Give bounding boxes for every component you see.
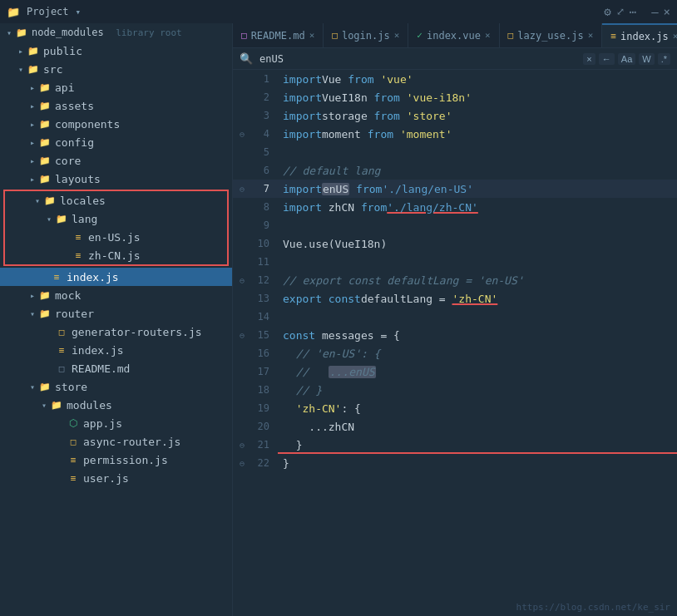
folder-locales-icon: 📁	[43, 194, 57, 207]
minimize-icon[interactable]: —	[651, 5, 658, 18]
tab-index-vue[interactable]: ✓ index.vue ×	[408, 23, 499, 48]
folder-core-icon: 📁	[38, 154, 52, 167]
code-line: 9	[233, 216, 677, 234]
code-line: 20 ...zhCN	[233, 417, 677, 436]
js-file-icon: ≡	[72, 249, 85, 262]
line-number: 3	[248, 110, 279, 121]
sidebar-item-public[interactable]: 📁 public	[0, 42, 232, 60]
search-prev-btn[interactable]: ←	[599, 53, 615, 65]
line-content: }	[279, 439, 677, 451]
tab-bar: □ README.md × □ login.js × ✓ index.vue ×…	[233, 23, 677, 48]
sidebar-item-generator-routers[interactable]: □ generator-routers.js	[0, 323, 232, 341]
line-number: 13	[248, 293, 279, 304]
line-number: 10	[248, 238, 279, 249]
sidebar-item-async-router[interactable]: □ async-router.js	[0, 432, 232, 451]
search-word-btn[interactable]: W	[639, 53, 654, 65]
sidebar-item-core[interactable]: 📁 core	[0, 151, 232, 170]
sidebar-item-layouts[interactable]: 📁 layouts	[0, 170, 232, 188]
line-number: 6	[248, 165, 279, 176]
project-label: Project	[27, 6, 69, 17]
arrow-components	[27, 118, 38, 130]
search-input[interactable]	[259, 53, 576, 65]
sidebar-item-user-js[interactable]: ≡ user.js	[0, 469, 232, 487]
js-icon: □	[508, 30, 514, 41]
code-line: 11	[233, 253, 677, 271]
js-file-icon: ≡	[55, 343, 68, 357]
tab-readme[interactable]: □ README.md ×	[233, 23, 324, 48]
tab-lazy-use[interactable]: □ lazy_use.js ×	[500, 23, 603, 48]
arrow-zh-cn	[60, 249, 72, 261]
sidebar-item-router[interactable]: 📁 router	[0, 304, 232, 323]
settings-icon[interactable]: ⚙	[604, 5, 610, 18]
line-number: 9	[248, 219, 279, 231]
tab-index-js[interactable]: ≡ index.js ×	[602, 23, 677, 48]
sidebar-item-lang[interactable]: 📁 lang	[5, 209, 227, 228]
arrow-public	[15, 45, 27, 57]
line-number: 1	[248, 73, 279, 85]
folder-src-icon: 📁	[27, 62, 40, 76]
fold-marker: ⊖	[236, 276, 248, 285]
close-icon[interactable]: ×	[664, 5, 670, 18]
code-line: ⊖ 15 const messages = {	[233, 326, 677, 344]
line-content: Vue.use(VueI18n)	[279, 238, 677, 250]
code-line: 16 // 'en-US': {	[233, 344, 677, 362]
folder-store-icon: 📁	[38, 380, 52, 393]
sidebar-item-modules[interactable]: 📁 modules	[0, 396, 232, 414]
arrow-app	[55, 417, 67, 429]
search-regex-btn[interactable]: .*	[658, 53, 670, 65]
tab-close-index[interactable]: ×	[673, 31, 677, 42]
sidebar-item-locales[interactable]: 📁 locales	[5, 191, 227, 209]
line-number: 4	[248, 128, 279, 140]
search-bar: 🔍 × ← Aa W .*	[233, 48, 677, 70]
sidebar-item-store[interactable]: 📁 store	[0, 377, 232, 396]
folder-config-icon: 📁	[38, 136, 52, 149]
menu-icon[interactable]: ⋯	[630, 5, 636, 18]
sidebar-item-components[interactable]: 📁 components	[0, 115, 232, 133]
sidebar-item-node-modules[interactable]: 📁 node_modules library root	[0, 23, 232, 42]
sidebar-item-en-us-js[interactable]: ≡ en-US.js	[5, 228, 227, 246]
arrow-readme	[43, 362, 55, 374]
project-dropdown-icon[interactable]: ▾	[76, 7, 82, 17]
js-file-icon: □	[67, 435, 80, 448]
watermark: https://blog.csdn.net/ke_sir	[516, 602, 670, 613]
tab-label: README.md	[251, 30, 305, 42]
sidebar-item-index-locales[interactable]: ≡ index.js	[0, 268, 232, 286]
tab-close-lazy[interactable]: ×	[588, 30, 594, 41]
code-line: 6 // default lang	[233, 161, 677, 180]
tab-close-vue[interactable]: ×	[485, 30, 491, 41]
arrow-core	[27, 155, 38, 166]
sidebar-item-mock[interactable]: 📁 mock	[0, 286, 232, 304]
sidebar-item-label: config	[55, 136, 94, 149]
sidebar-item-api[interactable]: 📁 api	[0, 78, 232, 96]
tab-label: index.vue	[427, 30, 481, 42]
arrow-router-index	[43, 344, 55, 356]
sidebar-item-label: layouts	[55, 173, 101, 185]
folder-components-icon: 📁	[38, 117, 52, 131]
search-close-btn[interactable]: ×	[583, 53, 595, 65]
tab-close-readme[interactable]: ×	[309, 30, 315, 41]
sidebar-item-label: node_modules library root	[32, 27, 182, 38]
folder-api-icon: 📁	[38, 81, 52, 94]
sidebar-item-app-js[interactable]: ⬡ app.js	[0, 414, 232, 432]
sidebar-item-zh-cn-js[interactable]: ≡ zh-CN.js	[5, 246, 227, 264]
line-content: ...zhCN	[279, 421, 677, 433]
code-editor[interactable]: 1 import Vue from 'vue' 2 import VueI18n…	[233, 70, 677, 616]
sidebar-item-label: async-router.js	[83, 436, 180, 448]
sidebar-item-label: generator-routers.js	[72, 326, 202, 338]
folder-public-icon: 📁	[27, 44, 40, 57]
arrow-mock	[27, 289, 38, 301]
tab-login[interactable]: □ login.js ×	[324, 23, 408, 48]
line-content: import VueI18n from 'vue-i18n'	[279, 91, 677, 104]
sidebar-item-router-index[interactable]: ≡ index.js	[0, 341, 232, 359]
sidebar-item-assets[interactable]: 📁 assets	[0, 96, 232, 115]
sidebar-item-label: lang	[72, 213, 97, 225]
sidebar-item-config[interactable]: 📁 config	[0, 133, 232, 151]
sidebar-item-src[interactable]: 📁 src	[0, 60, 232, 78]
folder-node-modules-icon: 📁	[15, 26, 28, 39]
share-icon[interactable]: ⤢	[616, 6, 625, 17]
tab-close-login[interactable]: ×	[394, 30, 400, 41]
sidebar-item-permission[interactable]: ≡ permission.js	[0, 451, 232, 469]
search-case-btn[interactable]: Aa	[618, 53, 635, 65]
sidebar-item-router-readme[interactable]: □ README.md	[0, 359, 232, 377]
line-content: }	[279, 457, 677, 470]
